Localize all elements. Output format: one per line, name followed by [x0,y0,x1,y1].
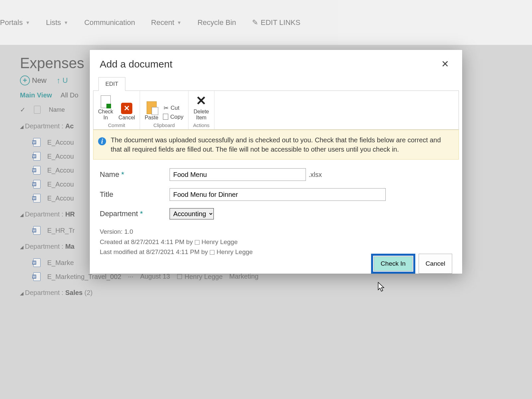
ribbon-group-actions: ✕ Delete Item Actions [189,91,214,129]
add-document-dialog: Add a document ✕ EDIT Check In ✕ Cancel [90,50,462,274]
metadata-block: Version: 1.0 Created at 8/27/2021 4:11 P… [100,227,452,257]
cancel-button[interactable]: Cancel [419,254,452,274]
ribbon: EDIT Check In ✕ Cancel Commit [93,77,459,130]
ribbon-copy-button[interactable]: Copy [164,114,184,120]
ribbon-group-commit: Check In ✕ Cancel Commit [93,91,140,129]
checkin-button[interactable]: Check In [374,256,413,271]
copy-icon [164,114,168,120]
user-presence-icon [195,240,200,245]
created-text: Created at 8/27/2021 4:11 PM by [100,238,193,245]
ribbon-cut-button[interactable]: ✂Cut [164,104,179,112]
checkin-icon [101,95,111,108]
dialog-title: Add a document [100,59,172,70]
ribbon-group-label: Clipboard [145,122,184,128]
name-field[interactable] [170,168,306,181]
properties-form: Name * .xlsx Title Department * Accounti… [90,160,462,267]
info-banner: i The document was uploaded successfully… [93,130,459,160]
department-label: Department * [100,209,170,218]
title-label: Title [100,190,170,199]
ribbon-group-clipboard: Paste ✂Cut Copy Clipboard [140,91,189,129]
user-presence-icon [210,250,214,255]
department-select[interactable]: Accounting [170,208,214,219]
name-label: Name * [100,170,170,179]
delete-x-icon: ✕ [196,93,206,108]
file-extension: .xlsx [309,171,322,179]
ribbon-group-label: Commit [98,122,135,128]
modified-text: Last modified at 8/27/2021 4:11 PM by [100,248,208,255]
tutorial-highlight: Check In [371,254,415,274]
version-text: Version: 1.0 [100,227,452,237]
modified-user: Henry Legge [216,248,253,255]
created-user: Henry Legge [201,238,238,245]
ribbon-cancel-button[interactable]: ✕ Cancel [118,103,135,121]
tab-edit[interactable]: EDIT [98,77,125,91]
modal-overlay: Add a document ✕ EDIT Check In ✕ Cancel [0,0,532,399]
cancel-x-icon: ✕ [121,103,132,114]
ribbon-paste-button[interactable]: Paste [145,101,158,121]
ribbon-checkin-button[interactable]: Check In [98,95,113,120]
scissors-icon: ✂ [164,104,169,112]
ribbon-group-label: Actions [193,122,209,128]
info-icon: i [98,137,106,145]
paste-icon [147,101,157,114]
ribbon-delete-button[interactable]: ✕ Delete Item [194,93,209,120]
title-field[interactable] [170,188,386,201]
close-icon[interactable]: ✕ [438,57,452,71]
